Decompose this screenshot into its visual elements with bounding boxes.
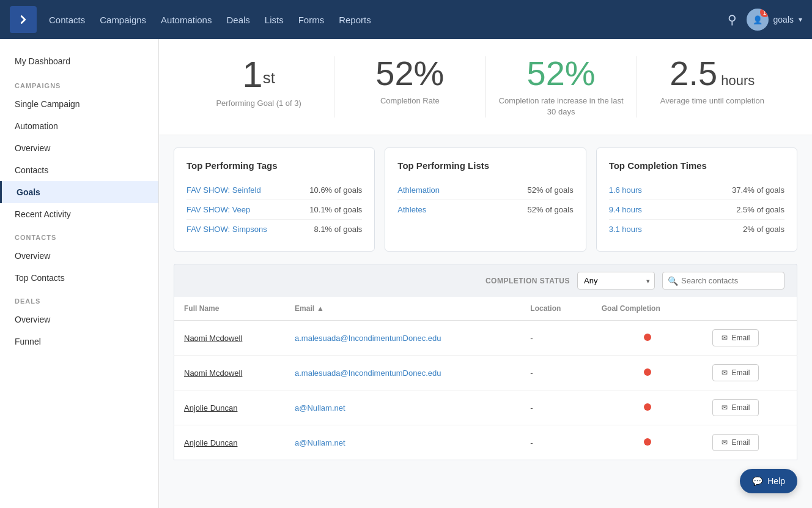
- table-section: COMPLETION STATUS AnyCompletedNot Comple…: [159, 264, 812, 475]
- contact-email[interactable]: a.malesuada@IncondimentumDonec.edu: [295, 368, 441, 378]
- stat-suffix: st: [263, 69, 275, 87]
- contact-name[interactable]: Naomi Mcdowell: [184, 368, 242, 378]
- card-row-0-2: FAV SHOW: Simpsons8.1% of goals: [186, 220, 362, 239]
- card-row-1-0: Athlemation52% of goals: [397, 181, 573, 200]
- table-col-0[interactable]: Full Name: [174, 297, 286, 321]
- card-row-label[interactable]: Athletes: [397, 205, 426, 214]
- stat-value-1: 52%: [347, 56, 473, 91]
- help-chat-icon: 💬: [752, 476, 762, 486]
- nav-link-deals[interactable]: Deals: [226, 15, 249, 25]
- contact-email[interactable]: a@Nullam.net: [295, 438, 345, 447]
- nav-link-reports[interactable]: Reports: [339, 15, 371, 25]
- contact-name[interactable]: Anjolie Duncan: [184, 438, 237, 447]
- email-btn-label: Email: [731, 438, 750, 447]
- contact-email[interactable]: a.malesuada@IncondimentumDonec.edu: [295, 334, 441, 343]
- card-row-label[interactable]: 9.4 hours: [609, 205, 642, 214]
- card-row-label[interactable]: FAV SHOW: Seinfeld: [186, 185, 261, 195]
- email-button[interactable]: ✉Email: [712, 329, 759, 346]
- nav-link-forms[interactable]: Forms: [298, 15, 325, 25]
- email-button[interactable]: ✉Email: [712, 364, 759, 381]
- card-row-0-0: FAV SHOW: Seinfeld10.6% of goals: [186, 181, 362, 200]
- stat-label-2: Completion rate increase in the last 30 …: [498, 95, 624, 118]
- stat-number: 1: [242, 54, 262, 95]
- email-icon: ✉: [722, 368, 728, 377]
- email-button[interactable]: ✉Email: [712, 399, 759, 416]
- nav-link-lists[interactable]: Lists: [265, 15, 284, 25]
- card-1: Top Performing ListsAthlemation52% of go…: [385, 148, 586, 252]
- table-col-2[interactable]: Location: [520, 297, 591, 321]
- nav-link-campaigns[interactable]: Campaigns: [100, 15, 146, 25]
- nav-link-contacts[interactable]: Contacts: [49, 15, 85, 25]
- contact-name[interactable]: Naomi Mcdowell: [184, 334, 242, 343]
- search-icon[interactable]: ⚲: [728, 12, 737, 27]
- sidebar-item-contacts[interactable]: Contacts: [0, 159, 158, 181]
- sidebar-item-single-campaign[interactable]: Single Campaign: [0, 93, 158, 115]
- sidebar-item-recent-activity[interactable]: Recent Activity: [0, 203, 158, 225]
- contact-location: -: [520, 390, 591, 425]
- search-input[interactable]: [662, 272, 784, 289]
- card-row-value: 2.5% of goals: [736, 205, 784, 214]
- card-row-2-1: 9.4 hours2.5% of goals: [609, 200, 784, 220]
- email-btn-label: Email: [731, 334, 750, 342]
- table-row: Naomi Mcdowella.malesuada@IncondimentumD…: [174, 321, 797, 356]
- card-row-1-1: Athletes52% of goals: [397, 200, 573, 219]
- card-row-value: 52% of goals: [527, 185, 573, 195]
- sidebar-item-automation[interactable]: Automation: [0, 115, 158, 137]
- contact-name[interactable]: Anjolie Duncan: [184, 403, 237, 413]
- completion-status-label: COMPLETION STATUS: [485, 277, 570, 285]
- email-button[interactable]: ✉Email: [712, 434, 759, 451]
- sidebar-item-overview[interactable]: Overview: [0, 245, 158, 267]
- stat-label-3: Average time until completion: [649, 95, 775, 106]
- card-row-label[interactable]: 3.1 hours: [609, 225, 642, 234]
- sidebar-item-goals[interactable]: Goals: [0, 181, 158, 203]
- goal-completion-indicator: [644, 334, 651, 341]
- sidebar-item-overview[interactable]: Overview: [0, 137, 158, 159]
- table-col-3[interactable]: Goal Completion: [592, 297, 703, 321]
- sidebar-item-top-contacts[interactable]: Top Contacts: [0, 267, 158, 289]
- card-row-value: 52% of goals: [527, 205, 573, 214]
- stat-suffix: hours: [717, 73, 755, 88]
- notification-badge: 1: [760, 9, 769, 17]
- table-col-4: [703, 297, 797, 321]
- email-sort[interactable]: Email ▲: [295, 304, 511, 313]
- username-label: goals: [773, 15, 794, 24]
- search-input-wrap: 🔍: [662, 272, 784, 289]
- stat-item-1: 52%Completion Rate: [334, 56, 485, 118]
- card-row-label[interactable]: FAV SHOW: Simpsons: [186, 225, 267, 234]
- logo-button[interactable]: [10, 6, 37, 33]
- card-row-label[interactable]: 1.6 hours: [609, 185, 642, 195]
- sidebar-item-funnel[interactable]: Funnel: [0, 331, 158, 353]
- stat-value-0: 1st: [196, 56, 322, 93]
- stat-label-0: Performing Goal (1 of 3): [196, 98, 322, 109]
- stat-item-2: 52%Completion rate increase in the last …: [486, 56, 637, 118]
- sidebar: My Dashboard CAMPAIGNSSingle CampaignAut…: [0, 39, 159, 508]
- sidebar-section-campaigns: CAMPAIGNS: [0, 73, 158, 93]
- stat-number: 52%: [375, 54, 444, 92]
- contacts-table: Full NameEmail ▲LocationGoal Completion …: [174, 297, 797, 460]
- card-row-label[interactable]: FAV SHOW: Veep: [186, 205, 250, 214]
- sidebar-item-overview[interactable]: Overview: [0, 308, 158, 331]
- sort-icon: ▲: [317, 304, 324, 313]
- email-btn-label: Email: [731, 403, 750, 412]
- email-btn-label: Email: [731, 368, 750, 377]
- table-row: Anjolie Duncana@Nullam.net-✉Email: [174, 390, 797, 425]
- nav-link-automations[interactable]: Automations: [161, 15, 212, 25]
- user-menu[interactable]: 👤 1 goals ▾: [747, 9, 802, 31]
- stat-number: 2.5: [670, 54, 717, 92]
- main-content: 1stPerforming Goal (1 of 3)52%Completion…: [159, 39, 812, 508]
- contact-location: -: [520, 425, 591, 460]
- sidebar-item-dashboard[interactable]: My Dashboard: [0, 49, 158, 73]
- contact-location: -: [520, 321, 591, 356]
- card-row-2-2: 3.1 hours2% of goals: [609, 220, 784, 239]
- stat-label-1: Completion Rate: [347, 95, 473, 106]
- completion-status-select[interactable]: AnyCompletedNot Completed: [577, 272, 655, 289]
- stat-number: 52%: [527, 54, 596, 92]
- email-icon: ✉: [722, 334, 728, 342]
- card-row-value: 8.1% of goals: [314, 225, 363, 234]
- contact-email[interactable]: a@Nullam.net: [295, 403, 345, 413]
- table-col-1[interactable]: Email ▲: [285, 297, 520, 321]
- card-row-2-0: 1.6 hours37.4% of goals: [609, 181, 784, 200]
- avatar: 👤 1: [747, 9, 769, 31]
- card-row-label[interactable]: Athlemation: [397, 185, 440, 195]
- help-button[interactable]: 💬 Help: [740, 469, 797, 493]
